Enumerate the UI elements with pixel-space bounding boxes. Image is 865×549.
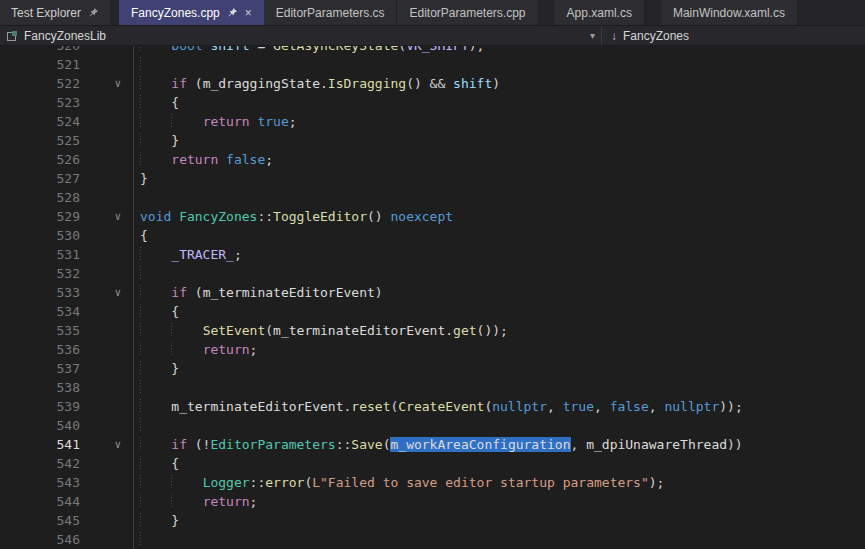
code-line[interactable]: 536 return; bbox=[0, 340, 865, 359]
code-line[interactable]: 545 } bbox=[0, 511, 865, 530]
line-number[interactable]: 524 bbox=[0, 112, 80, 131]
code-line[interactable]: 529∨void FancyZones::ToggleEditor() noex… bbox=[0, 207, 865, 226]
code-line[interactable]: 535 SetEvent(m_terminateEditorEvent.get(… bbox=[0, 321, 865, 340]
line-number[interactable]: 533 bbox=[0, 283, 80, 302]
code-token: false bbox=[226, 152, 265, 167]
line-number[interactable]: 537 bbox=[0, 359, 80, 378]
code-text bbox=[133, 55, 865, 74]
line-number[interactable]: 546 bbox=[0, 530, 80, 549]
code-line[interactable]: 543 Logger::error(L"Failed to save edito… bbox=[0, 473, 865, 492]
indent-guide bbox=[171, 475, 202, 490]
tab-MainWindow.xaml.cs[interactable]: MainWindow.xaml.cs bbox=[661, 0, 798, 25]
line-number[interactable]: 536 bbox=[0, 340, 80, 359]
indent-guide bbox=[140, 361, 171, 376]
line-number[interactable]: 544 bbox=[0, 492, 80, 511]
code-line[interactable]: 537 } bbox=[0, 359, 865, 378]
line-number[interactable]: 523 bbox=[0, 93, 80, 112]
fold-marker-icon[interactable]: ∨ bbox=[80, 74, 133, 93]
doc-tabs: FancyZones.cpp×EditorParameters.csEditor… bbox=[119, 0, 798, 25]
line-number[interactable]: 530 bbox=[0, 226, 80, 245]
fold-marker-icon[interactable]: ∨ bbox=[80, 435, 133, 454]
fold-marker-icon[interactable]: ∨ bbox=[80, 207, 133, 226]
line-number[interactable]: 520 bbox=[0, 46, 80, 55]
code-line[interactable]: 521 bbox=[0, 55, 865, 74]
code-token: Logger bbox=[203, 475, 250, 490]
code-line[interactable]: 538 bbox=[0, 378, 865, 397]
line-number[interactable]: 538 bbox=[0, 378, 80, 397]
code-line[interactable]: 520 bool shift = GetAsyncKeyState(VK_SHI… bbox=[0, 46, 865, 55]
line-number[interactable]: 545 bbox=[0, 511, 80, 530]
code-token bbox=[218, 152, 226, 167]
code-line[interactable]: 523 { bbox=[0, 93, 865, 112]
code-line[interactable]: 526 return false; bbox=[0, 150, 865, 169]
code-line[interactable]: 532 bbox=[0, 264, 865, 283]
code-text: m_terminateEditorEvent.reset(CreateEvent… bbox=[133, 397, 865, 416]
pin-icon[interactable] bbox=[88, 7, 99, 18]
close-icon[interactable]: × bbox=[245, 7, 252, 19]
code-line[interactable]: 534 { bbox=[0, 302, 865, 321]
code-token: get bbox=[453, 323, 476, 338]
scope-dropdown[interactable]: ↓ FancyZones bbox=[602, 26, 865, 45]
code-line[interactable]: 525 } bbox=[0, 131, 865, 150]
code-text: { bbox=[133, 93, 865, 112]
pin-icon[interactable] bbox=[227, 7, 238, 18]
code-line[interactable]: 540 bbox=[0, 416, 865, 435]
code-token: if bbox=[171, 76, 187, 91]
code-line[interactable]: 527} bbox=[0, 169, 865, 188]
line-number[interactable]: 541 bbox=[0, 435, 80, 454]
code-token: Save bbox=[351, 437, 382, 452]
code-token: = bbox=[250, 46, 273, 53]
tab-EditorParameters.cs[interactable]: EditorParameters.cs bbox=[264, 0, 398, 25]
indent-guide bbox=[140, 285, 171, 300]
tab-App.xaml.cs[interactable]: App.xaml.cs bbox=[555, 0, 645, 25]
code-line[interactable]: 544 return; bbox=[0, 492, 865, 511]
code-token: (! bbox=[187, 437, 210, 452]
line-number[interactable]: 528 bbox=[0, 188, 80, 207]
code-token: ); bbox=[649, 475, 665, 490]
chevron-down-icon[interactable]: ▾ bbox=[590, 30, 595, 41]
code-line[interactable]: 539 m_terminateEditorEvent.reset(CreateE… bbox=[0, 397, 865, 416]
code-text: } bbox=[133, 131, 865, 150]
indent-guide bbox=[140, 247, 171, 262]
code-line[interactable]: 541∨ if (!EditorParameters::Save(m_workA… bbox=[0, 435, 865, 454]
line-number[interactable]: 534 bbox=[0, 302, 80, 321]
code-line[interactable]: 524 return true; bbox=[0, 112, 865, 131]
line-number[interactable]: 522 bbox=[0, 74, 80, 93]
line-number[interactable]: 521 bbox=[0, 55, 80, 74]
tab-test-explorer[interactable]: Test Explorer bbox=[0, 0, 110, 25]
indent-guide bbox=[140, 494, 171, 509]
fold-margin bbox=[80, 131, 133, 150]
code-token: ( bbox=[398, 46, 406, 53]
fold-marker-icon[interactable]: ∨ bbox=[80, 283, 133, 302]
code-editor[interactable]: 520 bool shift = GetAsyncKeyState(VK_SHI… bbox=[0, 46, 865, 549]
code-text: if (!EditorParameters::Save(m_workAreaCo… bbox=[133, 435, 865, 454]
code-text: { bbox=[133, 226, 865, 245]
code-line[interactable]: 531 _TRACER_; bbox=[0, 245, 865, 264]
line-number[interactable]: 525 bbox=[0, 131, 80, 150]
line-number[interactable]: 535 bbox=[0, 321, 80, 340]
project-dropdown[interactable]: FancyZonesLib ▾ bbox=[0, 26, 601, 45]
line-number[interactable]: 526 bbox=[0, 150, 80, 169]
line-number[interactable]: 542 bbox=[0, 454, 80, 473]
code-line[interactable]: 528 bbox=[0, 188, 865, 207]
code-line[interactable]: 522∨ if (m_draggingState.IsDragging() &&… bbox=[0, 74, 865, 93]
line-number[interactable]: 527 bbox=[0, 169, 80, 188]
code-line[interactable]: 542 { bbox=[0, 454, 865, 473]
line-number[interactable]: 543 bbox=[0, 473, 80, 492]
code-line[interactable]: 530{ bbox=[0, 226, 865, 245]
code-text bbox=[133, 378, 865, 397]
tab-EditorParameters.cpp[interactable]: EditorParameters.cpp bbox=[397, 0, 538, 25]
code-token: ; bbox=[250, 342, 258, 357]
code-token: ( bbox=[265, 323, 273, 338]
tab-FancyZones.cpp[interactable]: FancyZones.cpp× bbox=[119, 0, 264, 25]
line-number[interactable]: 532 bbox=[0, 264, 80, 283]
line-number[interactable]: 529 bbox=[0, 207, 80, 226]
project-icon bbox=[6, 30, 18, 42]
code-line[interactable]: 546 bbox=[0, 530, 865, 549]
line-number[interactable]: 540 bbox=[0, 416, 80, 435]
code-line[interactable]: 533∨ if (m_terminateEditorEvent) bbox=[0, 283, 865, 302]
line-number[interactable]: 531 bbox=[0, 245, 80, 264]
code-text: } bbox=[133, 169, 865, 188]
line-number[interactable]: 539 bbox=[0, 397, 80, 416]
code-token: ; bbox=[250, 494, 258, 509]
